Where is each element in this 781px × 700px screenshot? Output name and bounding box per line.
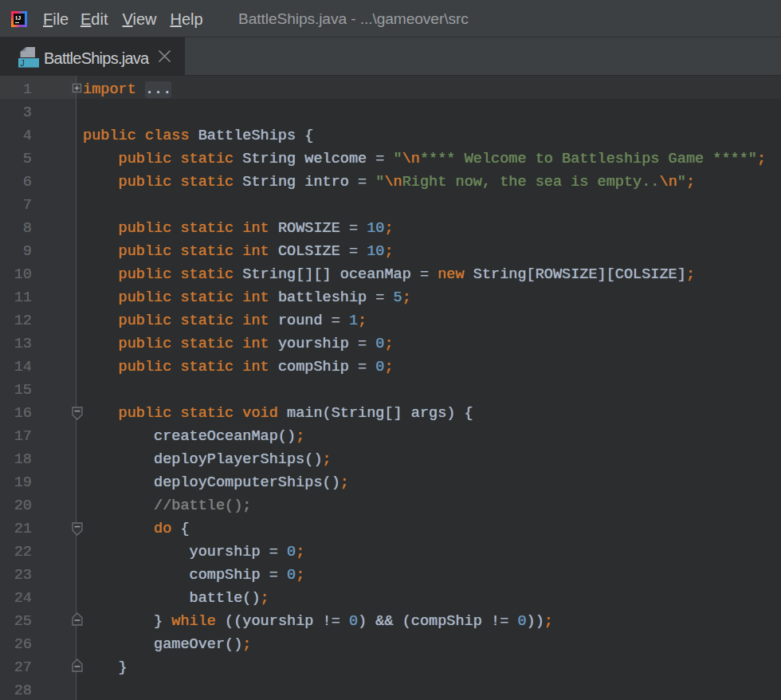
svg-text:J: J (21, 58, 25, 68)
